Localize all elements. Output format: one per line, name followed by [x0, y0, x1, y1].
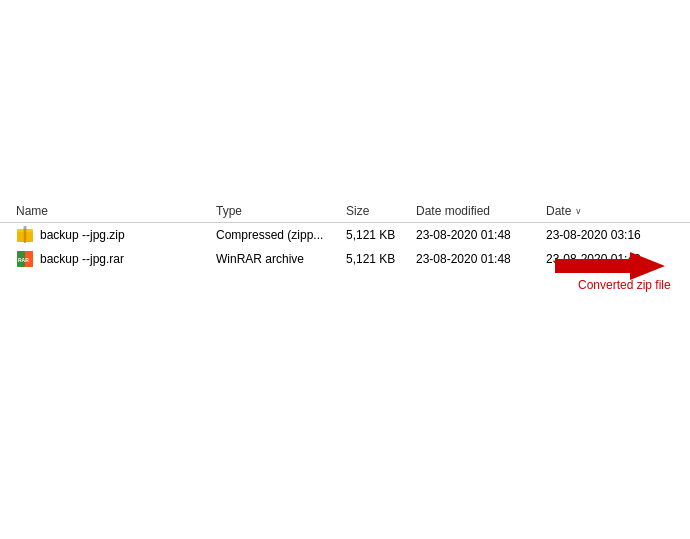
file-size: 5,121 KB [346, 228, 416, 242]
file-type: WinRAR archive [216, 252, 346, 266]
zip-file-icon [16, 226, 34, 244]
col-header-date-modified[interactable]: Date modified [416, 204, 546, 218]
table-header: Name Type Size Date modified Date ∨ [0, 200, 690, 223]
file-date-modified: 23-08-2020 01:48 [416, 228, 546, 242]
zip-icon [16, 226, 34, 244]
file-date-modified: 23-08-2020 01:48 [416, 252, 546, 266]
svg-rect-3 [24, 227, 26, 243]
file-name: backup --jpg.rar [40, 252, 124, 266]
svg-marker-9 [555, 252, 665, 280]
file-date: 23-08-2020 03:16 [546, 228, 676, 242]
svg-rect-4 [24, 226, 27, 229]
rar-icon: RAR [16, 250, 34, 268]
rar-file-icon: RAR [16, 250, 34, 268]
converted-label: Converted zip file [578, 278, 671, 292]
col-header-name[interactable]: Name [16, 204, 216, 218]
col-header-size[interactable]: Size [346, 204, 416, 218]
file-name-cell: backup --jpg.zip [16, 226, 216, 244]
col-header-date[interactable]: Date ∨ [546, 204, 676, 218]
file-type: Compressed (zipp... [216, 228, 346, 242]
file-name-cell: RAR backup --jpg.rar [16, 250, 216, 268]
file-name: backup --jpg.zip [40, 228, 125, 242]
file-size: 5,121 KB [346, 252, 416, 266]
sort-icon: ∨ [575, 206, 582, 216]
col-header-type[interactable]: Type [216, 204, 346, 218]
table-row[interactable]: backup --jpg.zip Compressed (zipp... 5,1… [0, 223, 690, 247]
svg-text:RAR: RAR [18, 257, 29, 263]
